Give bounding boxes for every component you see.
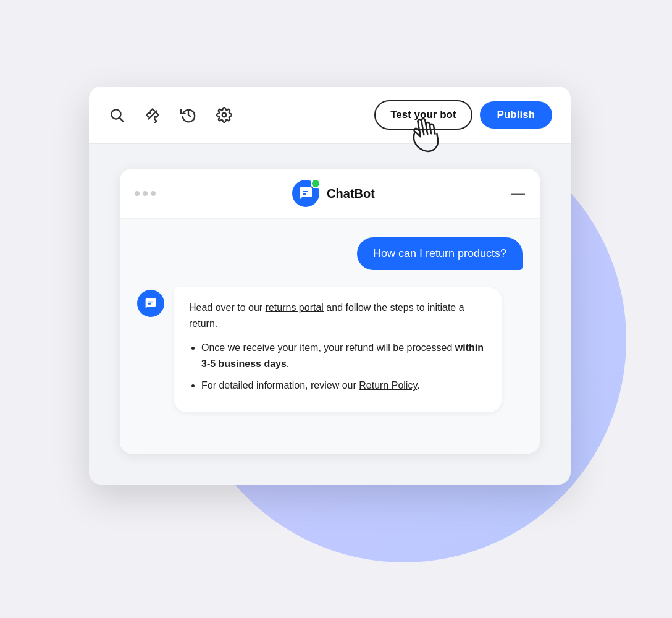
chat-header-title: ChatBot	[292, 180, 375, 207]
search-icon[interactable]	[107, 106, 126, 124]
toolbar-icons	[107, 106, 233, 124]
test-bot-button[interactable]: Test your bot	[374, 100, 472, 130]
bot-list-item-2: For detailed information, review our Ret…	[201, 378, 487, 394]
minimize-button[interactable]: —	[511, 187, 525, 200]
chat-window: ChatBot — How can I return products?	[120, 169, 540, 454]
dot-3	[151, 191, 156, 196]
user-message: How can I return products?	[137, 237, 523, 270]
settings-icon[interactable]	[215, 106, 233, 124]
user-bubble: How can I return products?	[357, 237, 523, 270]
chatbot-name: ChatBot	[327, 187, 375, 201]
bot-list: Once we receive your item, your refund w…	[189, 340, 487, 394]
chat-header-dots	[135, 191, 156, 196]
chat-header: ChatBot —	[120, 169, 540, 219]
scene: Test your bot Publish	[58, 37, 614, 581]
dot-1	[135, 191, 140, 196]
bot-message: Head over to our returns portal and foll…	[137, 287, 523, 412]
chatbot-avatar	[292, 180, 319, 207]
return-policy-link[interactable]: Return Policy	[359, 380, 417, 391]
chatbot-avatar-icon	[298, 186, 313, 201]
dot-2	[143, 191, 148, 196]
chat-body: How can I return products? Head over to …	[120, 219, 540, 454]
bot-intro-text: Head over to our returns portal and foll…	[189, 300, 487, 331]
toolbar-actions: Test your bot Publish	[374, 100, 552, 130]
bot-avatar-small	[137, 290, 164, 317]
svg-point-2	[222, 113, 227, 117]
bot-avatar-icon	[145, 297, 157, 310]
bot-list-item-1: Once we receive your item, your refund w…	[201, 340, 487, 371]
toolbar: Test your bot Publish	[89, 87, 571, 144]
publish-button[interactable]: Publish	[480, 101, 552, 129]
svg-line-1	[120, 118, 124, 122]
returns-portal-link[interactable]: returns portal	[266, 302, 324, 313]
chat-area: ChatBot — How can I return products?	[89, 144, 571, 485]
history-icon[interactable]	[179, 106, 198, 124]
bot-bubble: Head over to our returns portal and foll…	[174, 287, 502, 412]
main-card: Test your bot Publish	[89, 87, 571, 485]
plugin-icon[interactable]	[143, 106, 162, 124]
